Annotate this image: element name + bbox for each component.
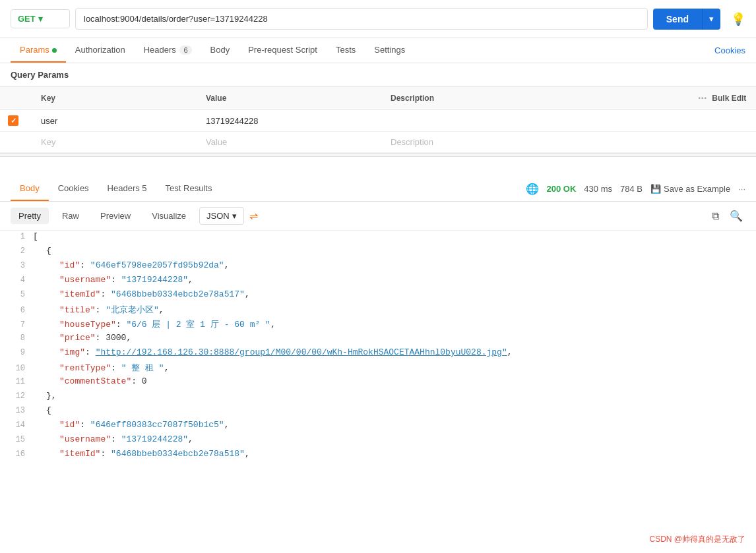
row-value-cell[interactable]: 13719244228 bbox=[198, 110, 383, 132]
response-size: 784 B bbox=[620, 184, 643, 194]
request-tabs: Params Authorization Headers 6 Body Pre-… bbox=[0, 38, 756, 63]
json-key: "title" bbox=[59, 305, 96, 315]
json-punctuation: : bbox=[85, 347, 96, 357]
response-tab-body[interactable]: Body bbox=[11, 177, 49, 201]
json-punctuation: : bbox=[96, 305, 106, 315]
line-number: 13 bbox=[0, 406, 33, 415]
tab-headers[interactable]: Headers 6 bbox=[135, 38, 201, 63]
format-pretty-button[interactable]: Pretty bbox=[11, 208, 49, 224]
json-link[interactable]: "http://192.168.126.30:8888/group1/M00/0… bbox=[96, 347, 507, 357]
json-line: 8"price": 3000, bbox=[0, 332, 756, 347]
json-line: 7"houseType": "6/6 层 | 2 室 1 厅 - 60 m² "… bbox=[0, 318, 756, 332]
line-number: 16 bbox=[0, 450, 33, 459]
empty-key-cell[interactable]: Key bbox=[33, 132, 198, 153]
bulk-dots-icon[interactable]: ··· bbox=[698, 92, 707, 104]
json-string: "646eff80383cc7087f50b1c5" bbox=[90, 420, 224, 430]
json-punctuation: : bbox=[100, 449, 111, 459]
format-raw-button[interactable]: Raw bbox=[54, 208, 87, 224]
json-bracket: }, bbox=[46, 391, 57, 401]
tab-body-label: Body bbox=[210, 45, 230, 55]
json-punctuation: , bbox=[188, 434, 193, 444]
format-type-dropdown[interactable]: JSON ▾ bbox=[199, 207, 244, 225]
row-checkbox-cell[interactable] bbox=[0, 110, 33, 132]
json-key: "img" bbox=[59, 347, 85, 357]
tab-prerequest-label: Pre-request Script bbox=[248, 45, 317, 55]
more-options-icon[interactable]: ··· bbox=[738, 184, 745, 194]
method-label: GET bbox=[18, 14, 36, 24]
response-tab-cookies-label: Cookies bbox=[58, 183, 89, 193]
json-line: 4"username": "13719244228", bbox=[0, 274, 756, 289]
json-key: "commentState" bbox=[59, 376, 131, 386]
json-line: 1[ bbox=[0, 231, 756, 245]
json-line: 3"id": "646ef5798ee2057fd95b92da", bbox=[0, 260, 756, 274]
format-preview-button[interactable]: Preview bbox=[92, 208, 139, 224]
send-chevron-button[interactable]: ▾ bbox=[702, 9, 720, 30]
col-key: Key bbox=[33, 87, 198, 110]
send-button[interactable]: Send bbox=[653, 9, 702, 30]
headers-badge: 6 bbox=[179, 45, 191, 55]
json-punctuation: , bbox=[159, 305, 164, 315]
row-value-value: 13719244228 bbox=[206, 116, 259, 126]
method-dropdown[interactable]: GET ▾ bbox=[11, 9, 70, 28]
json-punctuation: , bbox=[507, 347, 513, 357]
json-punctuation: , bbox=[245, 289, 250, 299]
line-content: "img": "http://192.168.126.30:8888/group… bbox=[33, 347, 756, 357]
response-headers-badge: 5 bbox=[142, 183, 146, 193]
tab-authorization[interactable]: Authorization bbox=[66, 38, 135, 63]
row-key-cell[interactable]: user bbox=[33, 110, 198, 132]
save-icon: 💾 bbox=[650, 184, 661, 194]
tab-tests[interactable]: Tests bbox=[327, 38, 365, 63]
response-tab-cookies[interactable]: Cookies bbox=[49, 177, 98, 201]
json-line: 13{ bbox=[0, 405, 756, 419]
response-tab-headers[interactable]: Headers 5 bbox=[98, 177, 156, 201]
cookies-link[interactable]: Cookies bbox=[714, 45, 745, 55]
tab-prerequest[interactable]: Pre-request Script bbox=[239, 38, 327, 63]
line-number: 7 bbox=[0, 320, 33, 330]
line-content: "id": "646ef5798ee2057fd95b92da", bbox=[33, 260, 756, 270]
json-viewer[interactable]: 1[2{3"id": "646ef5798ee2057fd95b92da",4"… bbox=[0, 231, 756, 468]
json-punctuation: : bbox=[96, 333, 106, 343]
tab-authorization-label: Authorization bbox=[75, 45, 125, 55]
help-icon[interactable]: 💡 bbox=[731, 12, 745, 26]
spacer bbox=[0, 157, 756, 177]
search-icon[interactable]: 🔍 bbox=[727, 207, 745, 225]
empty-checkbox-cell bbox=[0, 132, 33, 153]
response-tab-test-results[interactable]: Test Results bbox=[156, 177, 222, 201]
line-content: "houseType": "6/6 层 | 2 室 1 厅 - 60 m² ", bbox=[33, 318, 756, 330]
copy-icon[interactable]: ⧉ bbox=[709, 207, 722, 225]
json-string: "13719244228" bbox=[121, 434, 188, 444]
line-content: { bbox=[33, 405, 756, 415]
line-content: { bbox=[33, 246, 756, 256]
save-example-label: Save as Example bbox=[664, 184, 730, 194]
line-number: 1 bbox=[0, 232, 33, 241]
save-example-button[interactable]: 💾 Save as Example bbox=[650, 184, 730, 194]
filter-icon[interactable]: ⇌ bbox=[249, 210, 258, 222]
line-number: 2 bbox=[0, 247, 33, 256]
tab-body[interactable]: Body bbox=[201, 38, 239, 63]
line-content: "rentType": " 整 租 ", bbox=[33, 362, 756, 374]
table-row-empty: Key Value Description bbox=[0, 132, 756, 153]
params-dot bbox=[52, 48, 57, 53]
send-button-group: Send ▾ bbox=[653, 9, 720, 30]
bulk-edit-label[interactable]: Bulk Edit bbox=[712, 94, 746, 103]
response-time: 430 ms bbox=[584, 184, 612, 194]
empty-value-cell[interactable]: Value bbox=[198, 132, 383, 153]
empty-desc-cell[interactable]: Description bbox=[383, 132, 690, 153]
col-actions: ··· Bulk Edit bbox=[690, 87, 756, 110]
tab-params[interactable]: Params bbox=[11, 38, 66, 63]
json-number: 0 bbox=[142, 376, 147, 386]
json-punctuation: : bbox=[111, 363, 121, 373]
row-desc-cell[interactable] bbox=[383, 110, 690, 132]
json-key: "id" bbox=[59, 420, 80, 430]
url-input[interactable] bbox=[75, 8, 648, 30]
format-visualize-button[interactable]: Visualize bbox=[144, 208, 194, 224]
json-string: " 整 租 " bbox=[121, 363, 164, 373]
globe-icon: 🌐 bbox=[526, 183, 539, 195]
tab-settings[interactable]: Settings bbox=[365, 38, 414, 63]
checkbox-checked[interactable] bbox=[8, 115, 18, 126]
line-number: 15 bbox=[0, 435, 33, 444]
json-punctuation: : bbox=[80, 260, 90, 270]
json-punctuation: , bbox=[164, 363, 170, 373]
json-string: "646ef5798ee2057fd95b92da" bbox=[90, 260, 224, 270]
json-line: 14"id": "646eff80383cc7087f50b1c5", bbox=[0, 419, 756, 434]
